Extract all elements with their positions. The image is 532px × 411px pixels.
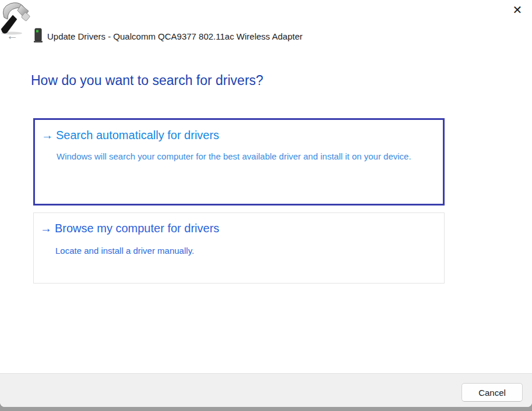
option-browse-computer[interactable]: → Browse my computer for drivers Locate … (33, 212, 445, 284)
driver-device-icon (33, 28, 43, 44)
option-description: Locate and install a driver manually. (55, 244, 424, 258)
arrow-right-icon: → (41, 129, 53, 142)
close-icon[interactable]: ✕ (509, 1, 526, 19)
option-search-automatically[interactable]: → Search automatically for drivers Windo… (33, 118, 445, 206)
option-description: Windows will search your computer for th… (57, 150, 425, 164)
wizard-title: Update Drivers - Qualcomm QCA9377 802.11… (47, 31, 302, 41)
arrow-right-icon: → (40, 222, 52, 235)
footer-bar: Cancel (0, 373, 532, 407)
back-arrow-icon[interactable]: ← (5, 28, 20, 43)
page-title: How do you want to search for drivers? (31, 73, 263, 88)
cancel-button[interactable]: Cancel (461, 383, 523, 402)
option-title: Browse my computer for drivers (55, 222, 219, 235)
option-title: Search automatically for drivers (56, 129, 219, 142)
update-drivers-wizard-window: ✕ ← Update Drivers - Qualcomm QCA9377 80… (0, 0, 532, 407)
